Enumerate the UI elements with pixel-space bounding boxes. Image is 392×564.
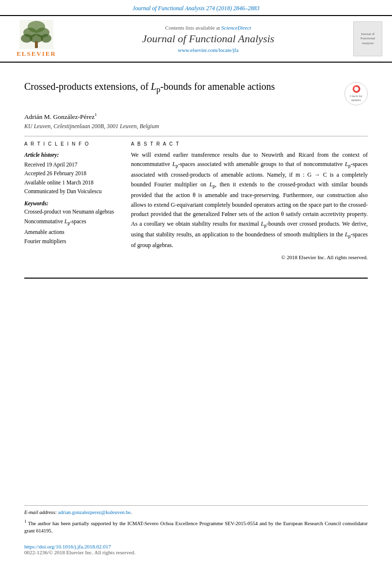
keyword-2: Noncommutative Lp-spaces bbox=[24, 217, 121, 228]
communicated-by: Communicated by Dan Voiculescu bbox=[24, 187, 121, 196]
check-updates-badge: ⭕ Check for updates bbox=[344, 82, 368, 105]
sciencedirect-line: Contents lists available at ScienceDirec… bbox=[71, 25, 345, 31]
journal-title-header: Journal of Functional Analysis bbox=[71, 33, 345, 45]
elsevier-tree-icon bbox=[19, 20, 53, 49]
journal-top-header: Journal of Functional Analysis 274 (2018… bbox=[0, 0, 392, 15]
two-col-section: A R T I C L E I N F O Article history: R… bbox=[24, 141, 368, 260]
affiliation-line: KU Leuven, Celestijnenlaan 200B, 3001 Le… bbox=[24, 123, 368, 130]
divider-1 bbox=[24, 136, 368, 136]
received-date: Received 19 April 2017 bbox=[24, 160, 121, 169]
email-label: E-mail address: bbox=[24, 510, 58, 515]
keyword-3: Amenable actions bbox=[24, 228, 121, 237]
journal-cover-image: Journal ofFunctionalAnalysis bbox=[353, 21, 382, 56]
footnote-divider bbox=[24, 505, 368, 506]
keyword-1: Crossed-product von Neumann algebras bbox=[24, 207, 121, 217]
bottom-divider bbox=[24, 278, 368, 279]
available-date: Available online 1 March 2018 bbox=[24, 178, 121, 187]
article-history-title: Article history: bbox=[24, 150, 121, 159]
journal-center: Contents lists available at ScienceDirec… bbox=[71, 25, 345, 53]
author-line: Adrián M. González-Pérez1 bbox=[24, 112, 368, 121]
check-updates-label: Check for updates bbox=[345, 94, 367, 102]
issn-line: 0022-1236/© 2018 Elsevier Inc. All right… bbox=[24, 549, 368, 555]
article-title-text: Crossed-products extensions, of Lp-bound… bbox=[24, 80, 339, 96]
keyword-4: Fourier multipliers bbox=[24, 237, 121, 247]
sciencedirect-link[interactable]: ScienceDirect bbox=[221, 25, 251, 31]
journal-top-citation: Journal of Functional Analysis 274 (2018… bbox=[132, 5, 260, 12]
email-address[interactable]: adrian.gonzalezperez@kuleuven.be bbox=[58, 510, 131, 515]
svg-point-6 bbox=[41, 34, 51, 43]
footnote-area: E-mail address: adrian.gonzalezperez@kul… bbox=[0, 505, 392, 535]
journal-url[interactable]: www.elsevier.com/locate/jfa bbox=[71, 47, 345, 53]
article-info-column: A R T I C L E I N F O Article history: R… bbox=[24, 141, 121, 260]
elsevier-logo-area: ELSEVIER bbox=[10, 20, 63, 58]
author-sup: 1 bbox=[95, 112, 97, 117]
page: Journal of Functional Analysis 274 (2018… bbox=[0, 0, 392, 564]
article-info-label: A R T I C L E I N F O bbox=[24, 141, 121, 147]
abstract-label: A B S T R A C T bbox=[131, 141, 368, 147]
author-name: Adrián M. González-Pérez bbox=[24, 113, 95, 120]
doi-issn-area: https://doi.org/10.1016/j.jfa.2018.02.01… bbox=[24, 541, 368, 555]
article-title-area: Crossed-products extensions, of Lp-bound… bbox=[24, 80, 368, 105]
abstract-column: A B S T R A C T We will extend earlier t… bbox=[131, 141, 368, 260]
abstract-text: We will extend earlier transference resu… bbox=[131, 150, 368, 250]
article-history-block: Article history: Received 19 April 2017 … bbox=[24, 150, 121, 196]
footnote-1-text: The author has been partially supported … bbox=[24, 521, 368, 534]
keywords-title: Keywords: bbox=[24, 200, 121, 206]
copyright-line: © 2018 Elsevier Inc. All rights reserved… bbox=[131, 254, 368, 260]
elsevier-brand-text: ELSEVIER bbox=[16, 50, 56, 58]
footnote-email-line: E-mail address: adrian.gonzalezperez@kul… bbox=[24, 509, 368, 516]
footnote-1-line: 1 The author has been partially supporte… bbox=[24, 518, 368, 535]
keywords-list: Crossed-product von Neumann algebras Non… bbox=[24, 207, 121, 246]
doi-line[interactable]: https://doi.org/10.1016/j.jfa.2018.02.01… bbox=[24, 544, 368, 549]
elsevier-header: ELSEVIER Contents lists available at Sci… bbox=[0, 15, 392, 63]
main-content: Crossed-products extensions, of Lp-bound… bbox=[0, 63, 392, 270]
svg-rect-7 bbox=[35, 41, 38, 48]
footnote-sup-1: 1 bbox=[24, 519, 27, 524]
accepted-date: Accepted 26 February 2018 bbox=[24, 169, 121, 178]
